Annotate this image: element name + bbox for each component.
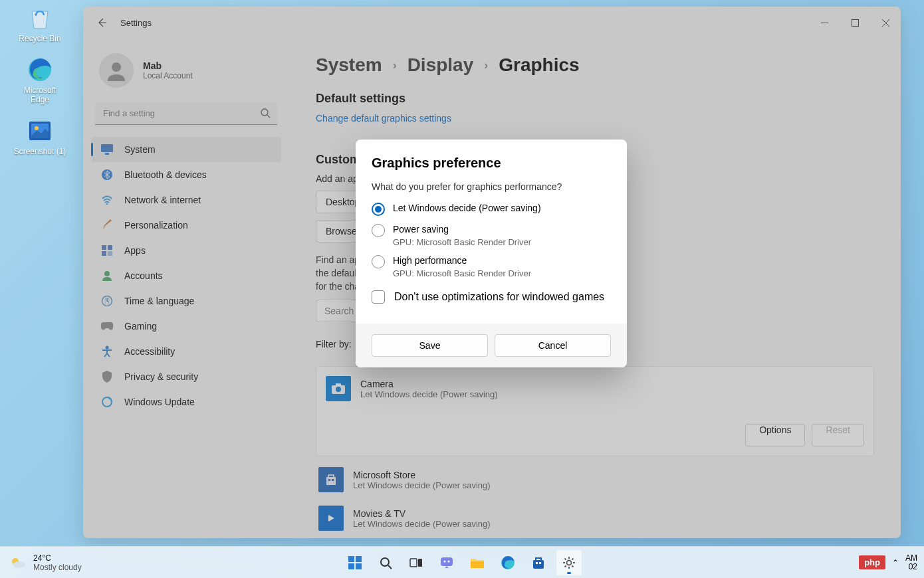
- temperature: 24°C: [33, 553, 82, 563]
- checkbox-icon: [372, 290, 385, 304]
- svg-rect-40: [533, 560, 544, 569]
- svg-point-3: [35, 126, 39, 130]
- desktop-icon-screenshot[interactable]: Screenshot (1): [13, 116, 66, 156]
- taskbar-edge[interactable]: [495, 549, 521, 576]
- radio-label: Power saving: [393, 224, 531, 235]
- taskbar-settings[interactable]: [556, 549, 582, 576]
- radio-let-windows-decide[interactable]: Let Windows decide (Power saving): [372, 203, 611, 216]
- desktop: Recycle Bin Microsoft Edge Screenshot (1…: [0, 0, 80, 168]
- svg-rect-31: [356, 563, 362, 569]
- radio-power-saving[interactable]: Power saving GPU: Microsoft Basic Render…: [372, 224, 611, 247]
- svg-rect-29: [356, 556, 362, 562]
- weather-desc: Mostly cloudy: [33, 563, 82, 572]
- taskbar-taskview[interactable]: [403, 549, 429, 576]
- save-button[interactable]: Save: [372, 334, 488, 357]
- radio-icon: [372, 203, 385, 216]
- recycle-bin-icon: [25, 3, 55, 33]
- desktop-icon-label: Screenshot (1): [13, 147, 66, 156]
- svg-rect-30: [348, 563, 354, 569]
- tray-date: 02: [905, 563, 917, 571]
- svg-rect-41: [536, 562, 538, 564]
- svg-point-27: [13, 561, 25, 568]
- checkbox-windowed-optimization[interactable]: Don't use optimizations for windowed gam…: [372, 290, 611, 304]
- svg-rect-42: [539, 562, 541, 564]
- svg-rect-38: [471, 561, 484, 568]
- desktop-icon-recycle-bin[interactable]: Recycle Bin: [13, 3, 66, 43]
- radio-label: High performance: [393, 255, 531, 266]
- image-file-icon: [25, 116, 55, 145]
- edge-icon: [25, 55, 55, 84]
- radio-label: Let Windows decide (Power saving): [393, 203, 541, 213]
- tray-time: AM: [905, 554, 917, 563]
- radio-icon: [372, 255, 385, 268]
- graphics-preference-dialog: Graphics preference What do you prefer f…: [356, 140, 627, 367]
- radio-high-performance[interactable]: High performance GPU: Microsoft Basic Re…: [372, 255, 611, 278]
- dialog-title: Graphics preference: [372, 155, 611, 171]
- desktop-icon-label: Microsoft Edge: [13, 86, 66, 104]
- taskbar-explorer[interactable]: [464, 549, 491, 576]
- desktop-icon-edge[interactable]: Microsoft Edge: [13, 55, 66, 104]
- cancel-button[interactable]: Cancel: [495, 334, 611, 357]
- svg-point-32: [381, 558, 389, 566]
- taskbar-store[interactable]: [525, 549, 552, 576]
- svg-rect-35: [441, 557, 453, 566]
- tray-chevron-icon[interactable]: ⌃: [892, 558, 899, 567]
- radio-sublabel: GPU: Microsoft Basic Render Driver: [393, 268, 531, 278]
- checkbox-label: Don't use optimizations for windowed gam…: [394, 291, 604, 303]
- desktop-icon-label: Recycle Bin: [13, 34, 66, 43]
- start-button[interactable]: [342, 549, 368, 576]
- taskbar-weather[interactable]: 24°C Mostly cloudy: [0, 553, 82, 572]
- taskbar-search[interactable]: [372, 549, 399, 576]
- php-badge: php: [859, 555, 885, 569]
- weather-icon: [9, 554, 27, 571]
- svg-rect-34: [418, 559, 422, 567]
- radio-sublabel: GPU: Microsoft Basic Render Driver: [393, 237, 531, 247]
- taskbar: 24°C Mostly cloudy php ⌃ AM 02: [0, 546, 924, 578]
- svg-point-36: [444, 560, 446, 562]
- svg-point-37: [448, 560, 450, 562]
- dialog-question: What do you prefer for graphics performa…: [372, 181, 611, 192]
- taskbar-chat[interactable]: [433, 549, 460, 576]
- radio-icon: [372, 224, 385, 237]
- svg-rect-28: [348, 556, 354, 562]
- svg-rect-33: [410, 559, 417, 567]
- svg-point-43: [567, 560, 572, 565]
